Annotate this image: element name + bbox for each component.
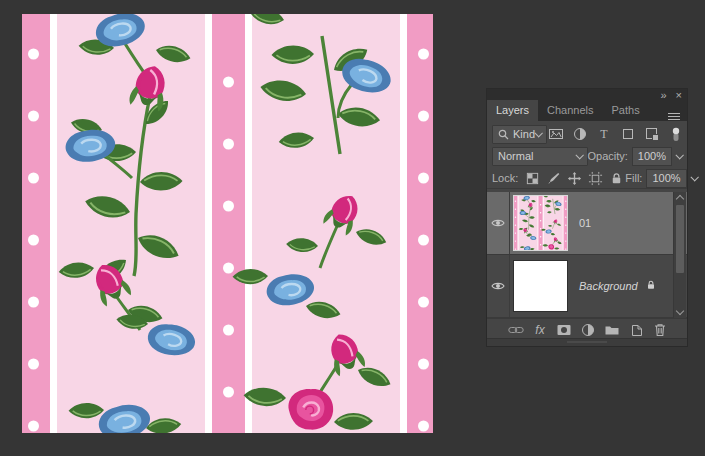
adjustment-layers-filter-button[interactable]: [571, 125, 589, 143]
delete-layer-button[interactable]: [651, 321, 669, 339]
scroll-up-icon[interactable]: [676, 195, 684, 203]
svg-text:T: T: [600, 127, 608, 141]
new-adjustment-layer-button[interactable]: [579, 321, 597, 339]
visibility-toggle[interactable]: [487, 192, 510, 254]
scroll-down-icon[interactable]: [676, 307, 684, 315]
layers-panel: » × Layers Channels Paths Kind: [486, 88, 688, 347]
adjustment-circle-icon: [580, 322, 596, 338]
collapse-panel-icon[interactable]: »: [660, 90, 666, 101]
lock-image-pixels-button[interactable]: [544, 169, 562, 187]
chevron-down-icon[interactable]: [675, 151, 683, 159]
image-icon: [548, 126, 564, 142]
toggle-icon: [668, 126, 684, 142]
square-icon: [620, 126, 636, 142]
move-icon: [567, 171, 582, 186]
blend-mode-value: Normal: [498, 150, 533, 162]
folder-icon: [604, 322, 620, 338]
new-layer-icon: [628, 322, 644, 338]
padlock-icon: [609, 171, 624, 186]
chevron-down-icon: [534, 129, 542, 137]
layer-list-scrollbar[interactable]: [673, 192, 686, 318]
link-layers-button[interactable]: [507, 321, 525, 339]
lock-transparent-pixels-button[interactable]: [523, 169, 541, 187]
blend-mode-dropdown[interactable]: Normal: [492, 147, 588, 166]
layer-locked-icon: [645, 279, 657, 294]
visibility-toggle[interactable]: [487, 255, 510, 317]
scrollbar-thumb[interactable]: [676, 205, 684, 273]
tab-paths[interactable]: Paths: [603, 100, 649, 121]
eye-icon: [491, 218, 505, 228]
document-canvas[interactable]: [22, 14, 433, 433]
layer-style-button[interactable]: fx: [531, 321, 549, 339]
lock-row: Lock:: [487, 168, 687, 189]
fx-icon: fx: [535, 324, 544, 336]
smart-object-filter-button[interactable]: [643, 125, 661, 143]
filter-kind-label: Kind: [513, 128, 535, 140]
close-panel-icon[interactable]: ×: [676, 90, 682, 101]
smart-object-icon: [644, 126, 660, 142]
layer-row-01[interactable]: 01: [487, 192, 687, 255]
layers-panel-body: Kind: [487, 121, 687, 346]
half-circle-icon: [572, 126, 588, 142]
brush-icon: [546, 171, 561, 186]
filter-kind-dropdown[interactable]: Kind: [492, 125, 547, 144]
lock-all-button[interactable]: [607, 169, 625, 187]
lock-artboard-button[interactable]: [586, 169, 604, 187]
blend-row: Normal Opacity: 100%: [487, 146, 687, 166]
type-layers-filter-button[interactable]: T: [595, 125, 613, 143]
layer-name: 01: [579, 217, 591, 229]
layer-name: Background: [579, 280, 638, 292]
eye-icon: [491, 281, 505, 291]
new-group-button[interactable]: [603, 321, 621, 339]
panel-menu-icon[interactable]: [668, 113, 680, 114]
layer-list: 01 Background: [487, 192, 687, 318]
search-icon: [498, 129, 509, 140]
layer-row-background[interactable]: Background: [487, 255, 687, 318]
checkerboard-icon: [525, 171, 540, 186]
layer-thumbnail[interactable]: [513, 260, 568, 312]
artboard-icon: [588, 171, 603, 186]
fill-label: Fill:: [625, 172, 642, 184]
layer-mask-icon: [556, 322, 572, 338]
new-layer-button[interactable]: [627, 321, 645, 339]
pattern-thumbnail-image: [514, 196, 567, 250]
shape-layers-filter-button[interactable]: [619, 125, 637, 143]
chevron-down-icon[interactable]: [690, 173, 698, 181]
lock-label: Lock:: [492, 172, 518, 184]
lock-position-button[interactable]: [565, 169, 583, 187]
filter-toggle-switch[interactable]: [667, 125, 685, 143]
padlock-icon: [645, 279, 657, 292]
pixel-layers-filter-button[interactable]: [547, 125, 565, 143]
panel-resize-strip[interactable]: [487, 338, 687, 346]
type-icon: T: [596, 126, 612, 142]
tab-channels[interactable]: Channels: [538, 100, 602, 121]
layer-thumbnail[interactable]: [513, 195, 568, 251]
fill-value-field[interactable]: 100%: [646, 169, 686, 188]
floral-pattern-artwork: [22, 14, 433, 433]
chevron-down-icon: [575, 151, 583, 159]
opacity-value-field[interactable]: 100%: [632, 147, 672, 166]
tab-layers[interactable]: Layers: [487, 100, 538, 121]
panel-tab-bar: » × Layers Channels Paths: [487, 89, 687, 121]
add-layer-mask-button[interactable]: [555, 321, 573, 339]
link-icon: [508, 322, 524, 338]
opacity-label: Opacity:: [588, 150, 628, 162]
layer-filter-row: Kind: [487, 124, 687, 144]
trash-icon: [652, 322, 668, 338]
